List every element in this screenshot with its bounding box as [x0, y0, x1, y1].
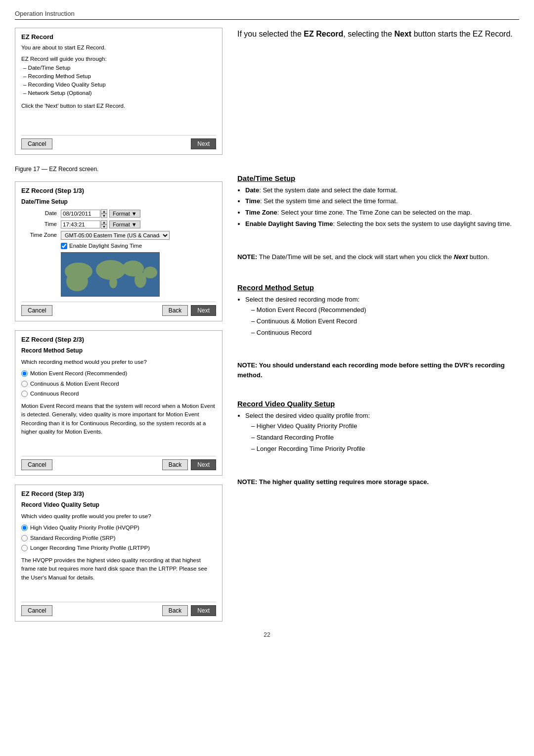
- record-method-back-button[interactable]: Back: [162, 459, 188, 470]
- time-up-arrow[interactable]: ▲: [101, 220, 107, 224]
- guide-item-3: – Recording Video Quality Setup: [23, 81, 216, 89]
- time-down-arrow[interactable]: ▼: [101, 224, 107, 229]
- radio-continuous-motion-input[interactable]: [21, 381, 28, 387]
- date-down-arrow[interactable]: ▼: [101, 214, 107, 218]
- date-spinner[interactable]: ▲ ▼: [101, 209, 107, 218]
- datetime-cancel-button[interactable]: Cancel: [21, 305, 52, 316]
- ez-record-next-button[interactable]: Next: [191, 138, 216, 149]
- record-video-description: The HVQPP provides the highest video qua…: [21, 556, 216, 582]
- svg-point-4: [109, 276, 117, 288]
- date-format-button[interactable]: Format ▼: [109, 210, 140, 218]
- radio-continuous-input[interactable]: [21, 391, 28, 397]
- time-row: Time ▲ ▼ Format ▼: [21, 220, 216, 229]
- ez-record-instruction: Click the 'Next' button to start EZ Reco…: [21, 102, 216, 110]
- radio-hvqpp: High Video Quality Priority Profile (HVQ…: [21, 524, 216, 532]
- ez-record-body: You are about to start EZ Record. EZ Rec…: [21, 44, 216, 110]
- radio-motion-event-input[interactable]: [21, 370, 28, 377]
- svg-point-7: [143, 267, 157, 278]
- record-video-note: NOTE: The higher quality setting require…: [237, 477, 519, 487]
- radio-motion-event: Motion Event Record (Recommended): [21, 369, 216, 378]
- record-video-intro: Select the desired video quality profile…: [245, 411, 519, 454]
- record-method-footer-right: Back Next: [162, 459, 216, 470]
- ez-record-guide-items: – Date/Time Setup – Recording Method Set…: [23, 64, 216, 98]
- ez-record-intro-section: If you selected the EZ Record, selecting…: [237, 28, 519, 41]
- record-video-option-3: Longer Recording Time Priority Profile: [251, 444, 519, 454]
- figure-caption: Figure 17 — EZ Record screen.: [15, 166, 222, 173]
- record-video-back-button[interactable]: Back: [162, 605, 188, 616]
- radio-srp-label: Standard Recording Profile (SRP): [30, 534, 116, 542]
- date-label: Date: [21, 209, 61, 218]
- datetime-bullet-1: Date: Set the system date and select the…: [245, 185, 519, 196]
- ez-record-subtitle: You are about to start EZ Record.: [21, 44, 216, 52]
- radio-hvqpp-input[interactable]: [21, 525, 28, 531]
- datetime-dialog-footer: Cancel Back Next: [21, 302, 216, 316]
- record-video-dialog-title: EZ Record (Step 3/3): [21, 490, 216, 497]
- record-video-cancel-button[interactable]: Cancel: [21, 605, 52, 616]
- datetime-dialog-body: Date/Time Setup Date ▲ ▼ Format ▼: [21, 197, 216, 297]
- ez-record-intro-text: If you selected the EZ Record, selecting…: [237, 28, 519, 41]
- timezone-row: Time Zone GMT-05:00 Eastern Time (US & C…: [21, 231, 216, 240]
- record-video-option-1: Higher Video Quality Priority Profile: [251, 421, 519, 432]
- time-input[interactable]: [61, 221, 100, 228]
- datetime-dialog-title: EZ Record (Step 1/3): [21, 187, 216, 194]
- ez-record-footer: Cancel Next: [21, 135, 216, 149]
- radio-continuous-motion: Continuous & Motion Event Record: [21, 380, 216, 388]
- radio-srp: Standard Recording Profile (SRP): [21, 534, 216, 542]
- guide-item-4: – Network Setup (Optional): [23, 89, 216, 97]
- main-content: EZ Record You are about to start EZ Reco…: [15, 28, 519, 622]
- datetime-footer-right: Back Next: [162, 305, 216, 316]
- dst-row: Enable Daylight Saving Time: [61, 242, 216, 250]
- record-method-section-title: Record Method Setup: [21, 346, 216, 355]
- ez-record-cancel-button[interactable]: Cancel: [21, 138, 52, 149]
- date-row: Date ▲ ▼ Format ▼: [21, 209, 216, 218]
- time-format-button[interactable]: Format ▼: [109, 221, 140, 228]
- record-video-next-button[interactable]: Next: [191, 605, 216, 616]
- timezone-select[interactable]: GMT-05:00 Eastern Time (US & Canada): [61, 231, 170, 240]
- page-number: 22: [15, 631, 519, 638]
- datetime-right-section: Date/Time Setup Date: Set the system dat…: [237, 174, 519, 230]
- record-method-right-section: Record Method Setup Select the desired r…: [237, 283, 519, 339]
- time-label: Time: [21, 220, 61, 228]
- datetime-note: NOTE: The Date/Time will be set, and the…: [237, 252, 519, 262]
- datetime-back-button[interactable]: Back: [162, 305, 188, 316]
- radio-continuous-motion-label: Continuous & Motion Event Record: [30, 380, 119, 388]
- datetime-note-text: NOTE: The Date/Time will be set, and the…: [237, 253, 489, 261]
- guide-item-1: – Date/Time Setup: [23, 64, 216, 72]
- record-video-section-heading: Record Video Quality Setup: [237, 400, 519, 408]
- record-method-dialog-title: EZ Record (Step 2/3): [21, 336, 216, 343]
- record-video-dialog-footer: Cancel Back Next: [21, 602, 216, 616]
- record-method-section-heading: Record Method Setup: [237, 283, 519, 292]
- dst-checkbox[interactable]: [61, 243, 67, 249]
- time-spinner[interactable]: ▲ ▼: [101, 220, 107, 229]
- record-method-dialog-footer: Cancel Back Next: [21, 456, 216, 470]
- timezone-label: Time Zone: [21, 231, 61, 239]
- record-method-option-1: Motion Event Record (Recommended): [251, 305, 519, 315]
- date-up-arrow[interactable]: ▲: [101, 209, 107, 214]
- right-column: If you selected the EZ Record, selecting…: [222, 28, 519, 622]
- record-method-option-3: Continuous Record: [251, 328, 519, 338]
- datetime-section-body: Date: Set the system date and select the…: [237, 185, 519, 229]
- record-method-question: Which recording method would you prefer …: [21, 358, 216, 366]
- record-method-options-list: Motion Event Record (Recommended) Contin…: [251, 305, 519, 338]
- world-map: [61, 252, 160, 297]
- date-input[interactable]: [61, 210, 100, 218]
- ez-record-dialog: EZ Record You are about to start EZ Reco…: [15, 28, 222, 155]
- radio-lrtpp-input[interactable]: [21, 545, 28, 551]
- record-video-footer-right: Back Next: [162, 605, 216, 616]
- radio-srp-input[interactable]: [21, 535, 28, 541]
- time-input-group: ▲ ▼: [61, 220, 107, 229]
- record-method-dialog-body: Record Method Setup Which recording meth…: [21, 346, 216, 436]
- ez-record-guide-title: EZ Record will guide you through:: [21, 55, 216, 63]
- record-video-options-list: Higher Video Quality Priority Profile St…: [251, 421, 519, 454]
- guide-item-2: – Recording Method Setup: [23, 72, 216, 81]
- header-title: Operation Instruction: [15, 10, 75, 17]
- record-method-intro: Select the desired recording mode from: …: [245, 295, 519, 338]
- map-svg: [61, 253, 160, 297]
- record-method-section-body: Select the desired recording mode from: …: [237, 295, 519, 338]
- svg-point-3: [96, 260, 126, 280]
- datetime-next-button[interactable]: Next: [191, 305, 216, 316]
- record-method-cancel-button[interactable]: Cancel: [21, 459, 52, 470]
- ez-record-title: EZ Record: [21, 33, 216, 41]
- radio-hvqpp-label: High Video Quality Priority Profile (HVQ…: [30, 524, 139, 532]
- record-method-next-button[interactable]: Next: [191, 459, 216, 470]
